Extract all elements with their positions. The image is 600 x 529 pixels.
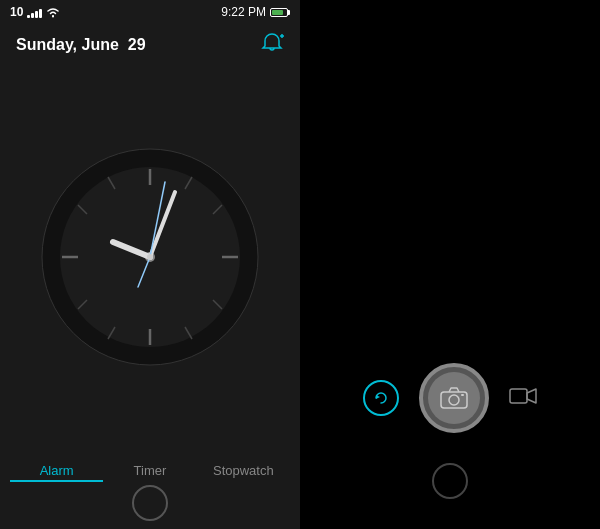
- date-day: 29: [128, 36, 146, 53]
- battery-icon: [270, 8, 290, 17]
- tab-alarm-label: Alarm: [40, 463, 74, 478]
- tab-timer[interactable]: Timer: [103, 453, 196, 482]
- tab-alarm[interactable]: Alarm: [10, 453, 103, 482]
- signal-bar-3: [35, 11, 38, 18]
- video-mode-button[interactable]: [509, 386, 537, 410]
- signal-strength: 10: [10, 5, 23, 19]
- tab-timer-underline: [103, 480, 196, 482]
- tab-alarm-underline: [10, 480, 103, 482]
- svg-point-25: [449, 395, 459, 405]
- battery-tip: [288, 10, 290, 15]
- camera-home-bar: [432, 463, 468, 499]
- clock-svg: [40, 147, 260, 367]
- camera-controls: [363, 363, 537, 433]
- clock-app-panel: 10 9:22 PM: [0, 0, 300, 529]
- shutter-inner: [428, 372, 480, 424]
- alarm-add-icon[interactable]: [260, 32, 284, 57]
- clock-face: [40, 147, 260, 367]
- battery-body: [270, 8, 288, 17]
- camera-icon: [440, 387, 468, 409]
- camera-home-button[interactable]: [432, 463, 468, 499]
- date-text: Sunday, June 29: [16, 36, 146, 54]
- signal-bars-icon: [27, 6, 42, 18]
- home-button[interactable]: [132, 485, 168, 521]
- tab-stopwatch-underline: [197, 480, 290, 482]
- camera-flip-icon: [373, 390, 389, 406]
- tab-stopwatch[interactable]: Stopwatch: [197, 453, 290, 482]
- clock-container: [0, 65, 300, 449]
- status-left: 10: [10, 5, 60, 19]
- camera-panel: [300, 0, 600, 529]
- signal-bar-2: [31, 13, 34, 18]
- svg-rect-26: [461, 394, 464, 396]
- svg-point-0: [52, 15, 54, 17]
- status-bar: 10 9:22 PM: [0, 0, 300, 24]
- tab-timer-label: Timer: [134, 463, 167, 478]
- bottom-nav: Alarm Timer Stopwatch: [0, 449, 300, 529]
- wifi-icon: [46, 7, 60, 18]
- shutter-button[interactable]: [419, 363, 489, 433]
- svg-point-22: [147, 254, 153, 260]
- video-icon: [509, 386, 537, 406]
- date-prefix: Sunday, June: [16, 36, 119, 53]
- svg-marker-28: [527, 389, 536, 403]
- nav-tabs: Alarm Timer Stopwatch: [0, 449, 300, 485]
- svg-marker-23: [376, 395, 380, 399]
- signal-bar-4: [39, 9, 42, 18]
- status-right: 9:22 PM: [221, 5, 290, 19]
- signal-bar-1: [27, 15, 30, 18]
- svg-rect-27: [510, 389, 527, 403]
- tab-stopwatch-label: Stopwatch: [213, 463, 274, 478]
- nav-home-bar: [0, 485, 300, 529]
- camera-mode-button[interactable]: [363, 380, 399, 416]
- status-time: 9:22 PM: [221, 5, 266, 19]
- date-area: Sunday, June 29: [0, 24, 300, 65]
- battery-fill: [272, 10, 283, 15]
